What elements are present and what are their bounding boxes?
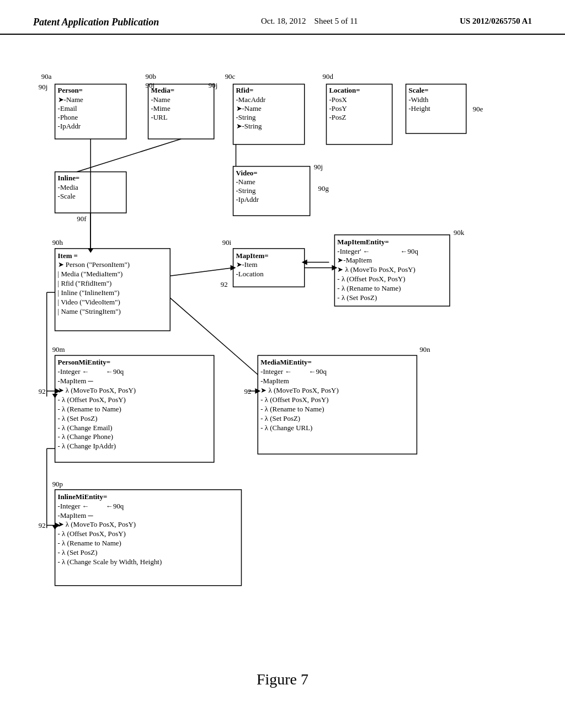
- svg-text:➤-Item: ➤-Item: [236, 260, 258, 269]
- svg-text:-PosX: -PosX: [329, 95, 347, 104]
- svg-text:➤ Person ("PersonItem"): ➤ Person ("PersonItem"): [58, 260, 130, 269]
- svg-text:-Height: -Height: [409, 104, 431, 113]
- svg-text:90p: 90p: [52, 480, 63, 488]
- svg-text:➤ λ (MoveTo PosX, PosY): ➤ λ (MoveTo PosX, PosY): [58, 520, 136, 528]
- svg-text:90c: 90c: [225, 72, 236, 81]
- svg-text:90a: 90a: [41, 72, 52, 81]
- svg-text:90j: 90j: [314, 163, 323, 171]
- svg-text:-String: -String: [236, 113, 256, 121]
- pub-date: Oct. 18, 2012: [261, 17, 306, 25]
- svg-text:- λ (Offset PosX, PosY): - λ (Offset PosX, PosY): [260, 395, 328, 404]
- svg-text:90n: 90n: [419, 345, 430, 354]
- svg-text:90i: 90i: [222, 238, 232, 247]
- svg-text:MapItemEntity=: MapItemEntity=: [337, 238, 388, 246]
- svg-text:- λ (Set PosZ): - λ (Set PosZ): [58, 414, 98, 422]
- svg-text:90e: 90e: [473, 105, 483, 113]
- svg-text:90j: 90j: [146, 81, 155, 89]
- svg-text:-String: -String: [236, 186, 256, 195]
- svg-text:-MapItem ─: -MapItem ─: [58, 377, 94, 385]
- svg-text:- λ (Rename to Name): - λ (Rename to Name): [58, 539, 121, 547]
- svg-text:-PosZ: -PosZ: [329, 113, 346, 121]
- svg-text:90f: 90f: [77, 215, 87, 223]
- figure-7-svg: Person= ➤-Name -Email -Phone -IpAddr 90a…: [22, 46, 543, 649]
- svg-text:- λ (Change Email): - λ (Change Email): [58, 424, 113, 432]
- svg-text:92: 92: [39, 521, 46, 529]
- svg-text:Scale=: Scale=: [409, 86, 429, 94]
- svg-text:-MacAddr: -MacAddr: [236, 95, 266, 104]
- svg-text:←90q: ←90q: [309, 367, 327, 376]
- svg-text:-Integer' ←: -Integer' ←: [337, 247, 370, 255]
- svg-text:➤-String: ➤-String: [236, 122, 262, 130]
- svg-text:- λ (Change Scale by Width, He: - λ (Change Scale by Width, Height): [58, 558, 162, 566]
- svg-text:-Location: -Location: [236, 270, 264, 278]
- svg-text:- λ (Offset PosX, PosY): - λ (Offset PosX, PosY): [58, 395, 126, 404]
- page-header: Patent Application Publication Oct. 18, …: [0, 0, 565, 35]
- svg-text:-URL: -URL: [151, 113, 168, 121]
- svg-text:| Rfid ("RfidItem"): | Rfid ("RfidItem"): [58, 279, 112, 287]
- svg-text:| Video ("VideoItem"): | Video ("VideoItem"): [58, 298, 120, 306]
- svg-line-120: [77, 139, 181, 172]
- svg-text:90g: 90g: [318, 184, 329, 192]
- svg-text:- λ (Rename to Name): - λ (Rename to Name): [337, 284, 401, 292]
- svg-text:-MapItem: -MapItem: [260, 377, 289, 385]
- date-sheet: Oct. 18, 2012 Sheet 5 of 11: [261, 17, 358, 26]
- svg-text:-Name: -Name: [151, 95, 170, 104]
- svg-text:- λ (Offset PosX, PosY): - λ (Offset PosX, PosY): [58, 529, 126, 538]
- svg-text:- λ (Set PosZ): - λ (Set PosZ): [58, 548, 98, 556]
- svg-text:InlineMiEntity=: InlineMiEntity=: [58, 493, 108, 501]
- svg-text:-Phone: -Phone: [58, 113, 78, 121]
- svg-text:92: 92: [221, 280, 228, 288]
- svg-text:-Name: -Name: [236, 178, 255, 186]
- svg-text:←90q: ←90q: [106, 502, 124, 510]
- svg-text:Person=: Person=: [58, 86, 83, 94]
- svg-text:- λ (Set PosZ): - λ (Set PosZ): [260, 414, 300, 422]
- svg-text:- λ (Change URL): - λ (Change URL): [260, 424, 312, 432]
- svg-text:-MapItem ─: -MapItem ─: [58, 511, 94, 520]
- svg-text:- λ (Offset PosX, PosY): - λ (Offset PosX, PosY): [337, 275, 405, 283]
- svg-text:-Scale: -Scale: [58, 192, 76, 200]
- diagram-area: Person= ➤-Name -Email -Phone -IpAddr 90a…: [0, 35, 565, 660]
- svg-text:-PosY: -PosY: [329, 104, 347, 113]
- svg-text:90h: 90h: [52, 238, 63, 247]
- svg-text:90m: 90m: [52, 345, 65, 354]
- svg-text:-IpAddr: -IpAddr: [236, 195, 259, 204]
- svg-text:MediaMiEntity=: MediaMiEntity=: [260, 358, 312, 366]
- svg-text:90j: 90j: [39, 83, 48, 91]
- svg-line-115: [170, 267, 233, 276]
- svg-text:- λ (Set PosZ): - λ (Set PosZ): [337, 293, 377, 302]
- svg-text:-Media: -Media: [58, 183, 79, 191]
- svg-text:➤ λ (MoveTo PosX, PosY): ➤ λ (MoveTo PosX, PosY): [260, 386, 338, 394]
- svg-text:90d: 90d: [323, 72, 334, 81]
- svg-text:-Width: -Width: [409, 95, 429, 104]
- svg-text:➤-MapItem: ➤-MapItem: [337, 256, 372, 264]
- svg-text:| Name ("StringItem"): | Name ("StringItem"): [58, 307, 121, 315]
- svg-text:Rfid=: Rfid=: [236, 86, 254, 94]
- svg-text:- λ (Rename to Name): - λ (Rename to Name): [58, 405, 121, 413]
- svg-text:90k: 90k: [454, 228, 465, 237]
- svg-text:Inline=: Inline=: [58, 174, 80, 182]
- svg-text:➤-Name: ➤-Name: [58, 95, 83, 104]
- svg-text:| Media ("MediaItem"): | Media ("MediaItem"): [58, 270, 123, 278]
- publication-title: Patent Application Publication: [33, 17, 159, 28]
- svg-text:←90q: ←90q: [106, 367, 124, 376]
- svg-text:92: 92: [39, 387, 46, 395]
- svg-text:-Integer ←: -Integer ←: [260, 367, 292, 376]
- svg-text:- λ (Rename to Name): - λ (Rename to Name): [260, 405, 324, 413]
- svg-text:Item =: Item =: [58, 251, 78, 260]
- svg-text:➤ λ (MoveTo PosX, PosY): ➤ λ (MoveTo PosX, PosY): [58, 386, 136, 394]
- svg-text:MapItem=: MapItem=: [236, 251, 269, 260]
- svg-text:PersonMiEntity=: PersonMiEntity=: [58, 358, 111, 366]
- svg-text:- λ (Change Phone): - λ (Change Phone): [58, 432, 114, 441]
- svg-text:-IpAddr: -IpAddr: [58, 122, 81, 130]
- figure-caption: Figure 7: [0, 671, 565, 688]
- svg-text:-Mime: -Mime: [151, 104, 170, 113]
- svg-text:←90q: ←90q: [401, 247, 419, 255]
- svg-text:➤-Name: ➤-Name: [236, 104, 262, 113]
- svg-text:| Inline ("InlineItem"): | Inline ("InlineItem"): [58, 288, 120, 297]
- svg-text:-Integer ←: -Integer ←: [58, 367, 89, 376]
- sheet-info: Sheet 5 of 11: [315, 17, 358, 25]
- svg-text:90j: 90j: [209, 81, 218, 89]
- svg-text:➤ λ (MoveTo PosX, PosY): ➤ λ (MoveTo PosX, PosY): [337, 265, 415, 274]
- svg-text:90b: 90b: [146, 72, 156, 81]
- svg-text:Location=: Location=: [329, 86, 360, 94]
